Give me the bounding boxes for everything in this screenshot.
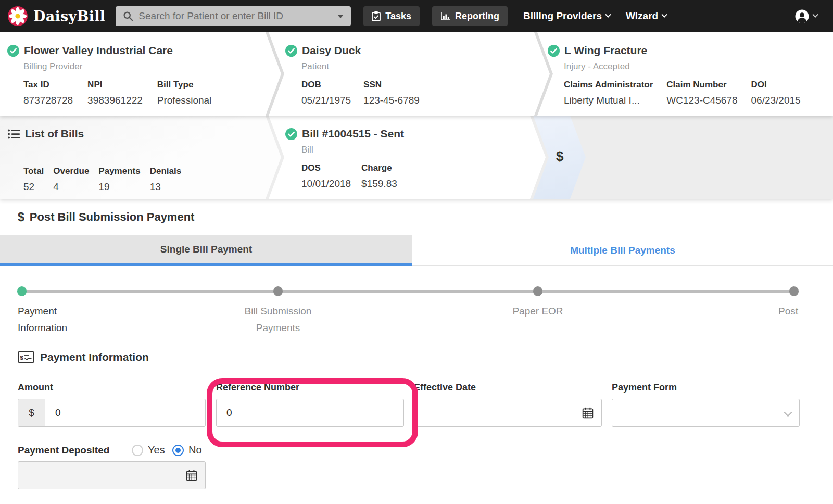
- chevron-down-icon: [605, 12, 611, 18]
- field-value: WC123-C45678: [666, 95, 737, 106]
- list-icon: [7, 129, 20, 140]
- tab-label: Single Bill Payment: [160, 244, 252, 255]
- breadcrumb-billing-provider[interactable]: Flower Valley Industrial Care Billing Pr…: [0, 32, 281, 116]
- check-circle-icon: [285, 128, 297, 140]
- reporting-chart-icon: [440, 12, 450, 21]
- field-label: Overdue: [53, 166, 89, 177]
- field-value: $159.83: [361, 178, 397, 190]
- amount-currency-prefix: $: [18, 399, 45, 426]
- tab-single-bill-payment[interactable]: Single Bill Payment: [0, 235, 412, 266]
- post-payment-section-header: $ Post Bill Submission Payment: [0, 199, 833, 235]
- tab-multiple-bill-payments[interactable]: Multiple Bill Payments: [412, 235, 833, 266]
- step-label-bill-submission-payments: Bill Submission Payments: [226, 303, 330, 336]
- breadcrumb-bill[interactable]: Bill #1004515 - Sent Bill DOS10/01/2018 …: [269, 116, 546, 199]
- step-label-payment-information: Payment Information: [18, 303, 85, 336]
- amount-input-group: $: [18, 399, 206, 427]
- payment-form-value: [612, 399, 799, 426]
- wizard-menu[interactable]: Wizard: [626, 10, 666, 22]
- search-input[interactable]: [138, 10, 333, 22]
- provider-title: Flower Valley Industrial Care: [24, 44, 173, 57]
- top-navbar: DaisyBill Tasks: [0, 0, 833, 32]
- patient-subtitle: Patient: [301, 61, 550, 72]
- stepper-track: [22, 290, 794, 293]
- effective-date-input-group: [414, 399, 602, 427]
- bill-subtitle: Bill: [301, 145, 546, 155]
- field-label: NPI: [87, 80, 143, 90]
- field-value: 13: [150, 181, 181, 193]
- field-label: Bill Type: [157, 80, 212, 90]
- amount-label: Amount: [18, 382, 53, 393]
- payment-progress-stepper: Payment Information Bill Submission Paym…: [0, 266, 833, 350]
- check-circle-icon: [548, 45, 560, 57]
- breadcrumb-injury[interactable]: L Wing Fracture Injury - Accepted Claims…: [537, 32, 833, 116]
- reporting-label: Reporting: [455, 11, 499, 22]
- step-label-post: Post: [751, 303, 798, 320]
- billing-providers-label: Billing Providers: [523, 10, 602, 22]
- amount-input[interactable]: [45, 399, 205, 426]
- tasks-button[interactable]: Tasks: [363, 6, 420, 26]
- field-label: SSN: [363, 80, 420, 90]
- deposit-date-input-group: [18, 461, 206, 489]
- payment-form-select[interactable]: [612, 399, 800, 427]
- tasks-clipboard-icon: [372, 11, 381, 21]
- injury-title: L Wing Fracture: [564, 44, 647, 57]
- dollar-icon: $: [556, 148, 563, 165]
- field-value: 123-45-6789: [363, 95, 420, 106]
- deposit-date-input[interactable]: [18, 462, 174, 489]
- brand-logo[interactable]: DaisyBill: [7, 6, 105, 27]
- provider-subtitle: Billing Provider: [23, 61, 281, 72]
- patient-search[interactable]: [116, 6, 351, 26]
- effective-date-input[interactable]: [414, 399, 582, 426]
- field-value: 3983961222: [87, 95, 143, 106]
- payment-form-label: Payment Form: [612, 382, 677, 393]
- wizard-label: Wizard: [626, 10, 658, 22]
- reporting-button[interactable]: Reporting: [432, 6, 508, 26]
- calendar-icon[interactable]: [186, 470, 197, 481]
- search-icon: [123, 11, 133, 21]
- field-label: Tax ID: [23, 80, 73, 90]
- injury-subtitle: Injury - Accepted: [564, 61, 833, 72]
- check-circle-icon: [285, 45, 297, 57]
- payment-deposited-no-radio[interactable]: No: [172, 444, 202, 456]
- payment-deposited-yes-radio[interactable]: Yes: [132, 444, 165, 456]
- field-label: Payments: [98, 166, 140, 177]
- effective-date-label: Effective Date: [414, 382, 476, 393]
- field-value: 06/23/2015: [751, 95, 801, 106]
- step-dot-post: [789, 286, 799, 296]
- field-label: DOB: [301, 80, 351, 90]
- breadcrumb-row-entities: Flower Valley Industrial Care Billing Pr…: [0, 32, 833, 116]
- payment-information-title: Payment Information: [40, 351, 149, 363]
- search-dropdown-caret-icon[interactable]: [337, 15, 344, 18]
- patient-title: Daisy Duck: [302, 44, 361, 57]
- radio-unchecked-icon[interactable]: [132, 445, 143, 456]
- breadcrumb-row-bill: List of Bills Total52 Overdue4 Payments1…: [0, 116, 833, 199]
- radio-checked-icon[interactable]: [172, 445, 184, 456]
- step-dot-bill-submission-payments: [273, 286, 283, 296]
- field-value: 873728728: [23, 95, 73, 106]
- user-account-menu[interactable]: [795, 9, 817, 23]
- field-value: 05/21/1975: [301, 95, 351, 106]
- payment-tabs: Single Bill Payment Multiple Bill Paymen…: [0, 235, 833, 266]
- step-dot-paper-eor: [533, 286, 542, 296]
- chevron-down-icon: [812, 12, 818, 18]
- step-label-paper-eor: Paper EOR: [496, 303, 579, 320]
- breadcrumb-patient[interactable]: Daisy Duck Patient DOB05/21/1975 SSN123-…: [269, 32, 550, 116]
- bill-title: Bill #1004515 - Sent: [302, 128, 404, 140]
- field-label: DOS: [301, 163, 351, 173]
- field-value: 19: [98, 181, 140, 193]
- field-label: Total: [23, 166, 44, 177]
- reference-number-label: Reference Number: [216, 382, 299, 393]
- section-title: Post Bill Submission Payment: [30, 210, 195, 224]
- calendar-icon[interactable]: [582, 407, 594, 419]
- list-of-bills-title: List of Bills: [25, 128, 84, 140]
- tab-label: Multiple Bill Payments: [570, 245, 675, 256]
- billing-providers-menu[interactable]: Billing Providers: [523, 10, 610, 22]
- breadcrumb-list-of-bills[interactable]: List of Bills Total52 Overdue4 Payments1…: [0, 116, 281, 199]
- field-value: 4: [53, 181, 89, 193]
- field-label: Claims Administrator: [564, 80, 653, 90]
- field-label: Charge: [361, 163, 397, 173]
- reference-number-input[interactable]: [217, 399, 403, 426]
- field-value: 10/01/2018: [301, 178, 351, 190]
- radio-label: No: [188, 444, 202, 456]
- check-circle-icon: [7, 45, 19, 57]
